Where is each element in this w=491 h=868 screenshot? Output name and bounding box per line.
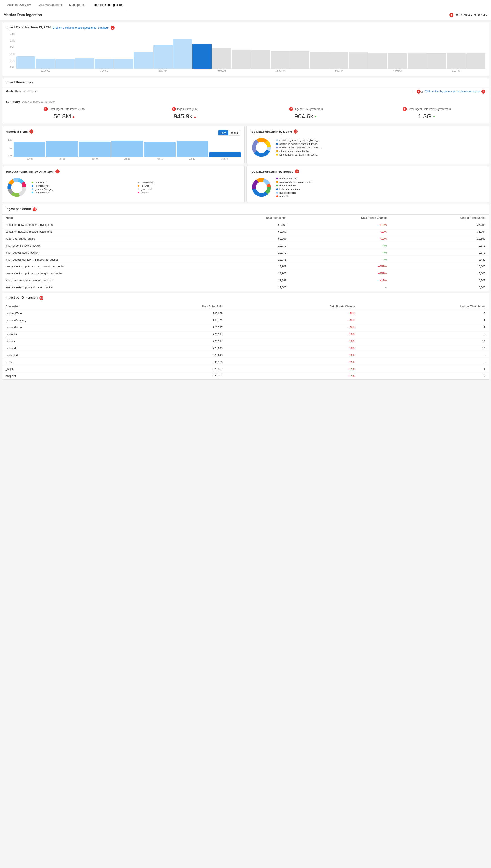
cell-uts: 18,550 xyxy=(390,236,489,242)
chart-bar[interactable] xyxy=(153,45,173,69)
cell-dimension: _source xyxy=(2,338,114,345)
hist-bar[interactable] xyxy=(46,141,78,157)
chart-bar[interactable] xyxy=(173,39,192,69)
cell-change: -- xyxy=(290,284,390,291)
breakdown-badge: 3 xyxy=(417,90,421,94)
page-title: Metrics Data Ingestion xyxy=(4,13,42,17)
nav-account-overview[interactable]: Account Overview xyxy=(4,0,34,10)
metric-filter-input[interactable] xyxy=(15,90,409,93)
cell-metric: envoy_cluster_update_duration_bucket xyxy=(2,284,205,291)
trend-title: Ingest Trend for June 13, 2024 xyxy=(6,26,51,29)
chart-bar[interactable] xyxy=(290,51,309,69)
chart-bar[interactable] xyxy=(408,53,427,69)
top-metric-donut: container_network_receive_bytes_... cont… xyxy=(250,136,485,159)
historical-trend-panel: Historical Trend 9 Day Week 1.5M 1M 500k xyxy=(2,126,244,164)
table-row: cluster 830,106 +35% 8 xyxy=(2,359,489,366)
hist-bar[interactable] xyxy=(177,141,208,157)
legend-item: _source xyxy=(138,184,241,187)
hist-bar[interactable] xyxy=(144,142,176,157)
toggle-group: Day Week xyxy=(218,130,241,135)
date-selector[interactable]: 06/13/2024 ▾ xyxy=(455,13,472,17)
two-col-row-2: Top Data Points/min by Dimension 11 _col… xyxy=(2,165,489,203)
chart-bar[interactable] xyxy=(56,59,75,69)
cell-change: +30% xyxy=(226,352,358,359)
cell-change: +30% xyxy=(226,324,358,331)
chart-bar-active[interactable] xyxy=(193,44,211,69)
table-row: istio_response_bytes_bucket 29,775 -4% 9… xyxy=(2,242,489,249)
toggle-day[interactable]: Day xyxy=(218,130,228,135)
trend-up-icon-1: ▲ xyxy=(193,115,197,118)
chart-bar[interactable] xyxy=(212,49,231,69)
chart-bar[interactable] xyxy=(114,59,133,69)
cell-metric: container_network_receive_bytes_total xyxy=(2,228,205,236)
cell-change: +13% xyxy=(290,236,390,242)
chart-bar[interactable] xyxy=(251,50,270,69)
dimension-filter[interactable]: Click to filter by dimension or dimensio… xyxy=(425,90,480,93)
cell-dpm: 29,775 xyxy=(205,249,290,256)
top-metric-badge: 10 xyxy=(294,129,298,133)
chart-bar[interactable] xyxy=(271,51,290,69)
chart-bar[interactable] xyxy=(466,54,485,69)
chart-bar[interactable] xyxy=(427,53,446,69)
legend-item: istio_request_duration_millisecond... xyxy=(276,153,485,156)
cell-dpm: 944,103 xyxy=(114,317,226,324)
cell-dpm: 829,369 xyxy=(114,366,226,373)
chart-bar[interactable] xyxy=(310,52,329,69)
cell-metric: kube_pod_container_resource_requests xyxy=(2,277,205,284)
table-row: _origin 829,369 +35% 1 xyxy=(2,366,489,373)
legend-item: _collectorId xyxy=(138,181,241,184)
toggle-week[interactable]: Week xyxy=(228,130,240,135)
trend-header: Ingest Trend for June 13, 2024 Click on … xyxy=(6,26,485,30)
top-source-legend: (default-metrics) cloudwatch-metrics-us-… xyxy=(276,177,485,198)
summary-value-2: 904.6k ▼ xyxy=(247,113,365,120)
nav-bar: Account Overview Data Management Manage … xyxy=(0,0,491,10)
nav-manage-plan[interactable]: Manage Plan xyxy=(65,0,90,10)
cell-uts: 35,054 xyxy=(390,221,489,228)
chart-bar[interactable] xyxy=(17,56,35,69)
chart-bar[interactable] xyxy=(368,53,387,69)
dimension-table-title: Ingest per Dimension xyxy=(6,296,37,299)
top-metric-panel: Top Data Points/min by Metric 10 contain… xyxy=(247,126,489,164)
nav-data-management[interactable]: Data Management xyxy=(34,0,65,10)
legend-item: default-metrics xyxy=(276,184,485,187)
time-selector[interactable]: 9:00 AM ▾ xyxy=(474,13,487,17)
summary-badge-2: 7 xyxy=(289,107,293,111)
cell-change: -4% xyxy=(290,249,390,256)
hist-bar-today[interactable] xyxy=(209,152,241,157)
hist-bar[interactable] xyxy=(79,142,111,157)
metric-table-badge: 13 xyxy=(33,207,37,211)
chart-bar[interactable] xyxy=(349,52,368,69)
cell-change: +30% xyxy=(226,345,358,352)
legend-item: kubelet-metrics xyxy=(276,191,485,194)
summary-label-1: Ingest DPM (1 hr) xyxy=(177,107,199,111)
table-row: container_network_receive_bytes_total 60… xyxy=(2,228,489,236)
cell-change: +19% xyxy=(290,228,390,236)
metric-table-title: Ingest per Metric xyxy=(6,207,31,211)
cell-metric: istio_request_duration_milliseconds_buck… xyxy=(2,256,205,263)
cell-change: +35% xyxy=(226,359,358,366)
trend-down-icon-2: ▼ xyxy=(314,115,317,118)
y-axis: 950k 948k 946k 944k 942k 940k xyxy=(6,33,16,69)
chart-bar[interactable] xyxy=(329,52,348,69)
chart-bar[interactable] xyxy=(232,50,251,69)
chart-bar[interactable] xyxy=(134,52,153,69)
filter-divider xyxy=(413,89,413,94)
nav-metrics-ingestion[interactable]: Metrics Data Ingestion xyxy=(90,0,126,10)
chart-bar[interactable] xyxy=(94,59,114,69)
date-controls: 1 06/13/2024 ▾ 9:00 AM ▾ xyxy=(450,13,487,17)
chart-bar[interactable] xyxy=(75,58,94,69)
chart-bar[interactable] xyxy=(388,53,407,69)
legend-item: kube-state-metrics xyxy=(276,188,485,190)
trend-badge: 2 xyxy=(111,26,115,30)
cell-dpm: 60,808 xyxy=(205,221,290,228)
table-row: _contentType 945,939 +29% 3 xyxy=(2,310,489,317)
chart-bar[interactable] xyxy=(447,54,466,69)
hist-bar[interactable] xyxy=(111,141,143,157)
trend-click-hint[interactable]: Click on a column to see ingestion for t… xyxy=(53,26,109,29)
cell-dpm: 823,791 xyxy=(114,373,226,380)
hist-bar[interactable] xyxy=(14,142,46,157)
cell-uts: 9 xyxy=(358,324,489,331)
cell-uts: 8 xyxy=(358,359,489,366)
metric-donut-chart xyxy=(250,136,273,159)
chart-bar[interactable] xyxy=(36,59,55,69)
